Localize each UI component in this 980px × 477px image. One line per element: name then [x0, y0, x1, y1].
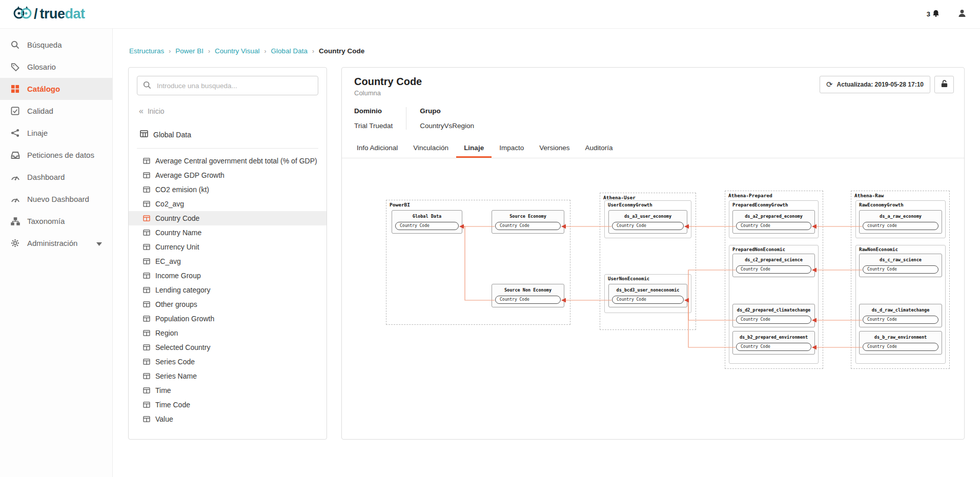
structure-item[interactable]: Value	[129, 412, 326, 426]
notifications-button[interactable]: 3	[927, 9, 940, 19]
sidebar-item-peticiones[interactable]: Peticiones de datos	[0, 144, 112, 166]
structure-type-label: Columna	[354, 89, 422, 97]
lineage-field-pill[interactable]: Country Code	[736, 343, 811, 351]
table-icon	[143, 230, 150, 236]
structure-item[interactable]: Average Central government debt total (%…	[129, 154, 326, 168]
lineage-node-ds-c-raw-science[interactable]: ds_c_raw_science Country Code	[859, 254, 942, 277]
lock-button[interactable]	[934, 76, 954, 93]
lineage-field-pill[interactable]: Country Code	[863, 343, 938, 351]
breadcrumb-link-powerbi[interactable]: Power BI	[175, 47, 203, 55]
table-icon	[143, 387, 150, 393]
gear-icon	[10, 239, 20, 247]
lineage-node-ds-d2-prepared-climatechange[interactable]: ds_d2_prepared_climatechange Country Cod…	[732, 304, 815, 327]
sidebar-item-linaje[interactable]: Linaje	[0, 122, 112, 144]
sidebar-item-glosario[interactable]: Glosario	[0, 56, 112, 78]
sidebar-item-busqueda[interactable]: Búsqueda	[0, 34, 112, 56]
table-icon	[143, 402, 150, 408]
breadcrumb-link-global-data[interactable]: Global Data	[271, 47, 308, 55]
structure-item[interactable]: Series Name	[129, 369, 326, 383]
lineage-field-pill[interactable]: Country Code	[736, 222, 811, 230]
structure-item[interactable]: Time Code	[129, 398, 326, 412]
tab-impacto[interactable]: Impacto	[492, 139, 532, 158]
lineage-field-pill[interactable]: Country Code	[495, 222, 561, 230]
sidebar-item-label: Administración	[27, 239, 77, 247]
structure-item[interactable]: Average GDP Growth	[129, 168, 326, 182]
lineage-field-pill[interactable]: Country Code	[612, 296, 684, 304]
structure-item[interactable]: Population Growth	[129, 312, 326, 326]
structure-item[interactable]: Income Group	[129, 268, 326, 283]
lineage-node-ds-a3-user-economy[interactable]: ds_a3_user_economy Country Code	[608, 210, 687, 234]
table-icon	[143, 258, 150, 264]
structure-item[interactable]: Time	[129, 383, 326, 398]
lineage-node-source-economy[interactable]: Source Economy Country Code	[492, 210, 564, 234]
table-icon	[143, 344, 150, 350]
structure-item[interactable]: Country Name	[129, 225, 326, 240]
structure-search	[137, 76, 318, 95]
chevron-down-icon	[96, 239, 102, 247]
structure-item[interactable]: Currency Unit	[129, 240, 326, 254]
lineage-node-ds-c2-prepared-science[interactable]: ds_c2_prepared_science Country Code	[732, 254, 815, 277]
sidebar-item-calidad[interactable]: Calidad	[0, 100, 112, 122]
table-icon	[143, 244, 150, 250]
sidebar-item-label: Catálogo	[27, 85, 60, 93]
lineage-node-global-data[interactable]: Global Data Country Code	[392, 210, 462, 234]
structure-item[interactable]: Region	[129, 326, 326, 340]
lineage-field-pill[interactable]: Country Code	[736, 316, 811, 324]
table-icon	[143, 316, 150, 322]
structure-root-item[interactable]: Global Data	[129, 123, 326, 148]
table-icon	[143, 416, 150, 422]
gauge-icon	[10, 195, 20, 203]
sidebar-item-dashboard[interactable]: Dashboard	[0, 166, 112, 188]
structure-item[interactable]: Selected Country	[129, 340, 326, 355]
tab-vinculacion[interactable]: Vinculación	[405, 139, 456, 158]
user-menu-button[interactable]	[957, 9, 967, 20]
sidebar-item-label: Glosario	[27, 63, 56, 71]
structure-item[interactable]: Lending category	[129, 283, 326, 297]
sidebar-item-label: Dashboard	[27, 173, 65, 181]
structure-item[interactable]: Co2_avg	[129, 197, 326, 211]
sidebar-item-nuevo-dashboard[interactable]: Nuevo Dashboard	[0, 188, 112, 210]
user-icon	[957, 9, 967, 20]
structure-item[interactable]: CO2 emision (kt)	[129, 182, 326, 197]
sidebar-item-administracion[interactable]: Administración	[0, 232, 112, 254]
tab-info-adicional[interactable]: Info Adicional	[349, 139, 405, 158]
breadcrumb-link-country-visual[interactable]: Country Visual	[215, 47, 260, 55]
lineage-field-pill[interactable]: Country Code	[395, 222, 459, 230]
detail-tabs: Info Adicional Vinculación Linaje Impact…	[342, 139, 964, 158]
lineage-node-ds-b2-prepared-environment[interactable]: ds_b2_prepared_environment Country Code	[732, 331, 815, 355]
tab-linaje[interactable]: Linaje	[456, 139, 492, 158]
lineage-node-ds-a-raw-economy[interactable]: ds_a_raw_economy country code	[859, 210, 942, 234]
structure-item[interactable]: EC_avg	[129, 254, 326, 268]
gauge-icon	[10, 173, 20, 181]
lineage-field-pill[interactable]: Country Code	[612, 222, 684, 230]
structure-item-selected[interactable]: Country Code	[129, 211, 326, 225]
lineage-graph: PowerBI Global Data Country Code Source …	[342, 165, 957, 440]
breadcrumb-link-estructuras[interactable]: Estructuras	[129, 47, 164, 55]
structure-item[interactable]: Series Code	[129, 355, 326, 369]
page-title: Country Code	[354, 76, 422, 88]
structure-search-input[interactable]	[137, 76, 318, 95]
structure-item[interactable]: Other groups	[129, 297, 326, 312]
truedat-logo[interactable]: / truedat	[13, 6, 85, 23]
refresh-button[interactable]: ⟳ Actualizada: 2019-05-28 17:10	[820, 76, 930, 93]
lineage-field-pill[interactable]: Country Code	[736, 265, 811, 274]
lineage-field-pill[interactable]: Country Code	[863, 316, 938, 324]
lineage-node-source-non-economy[interactable]: Source Non Economy Country Code	[492, 284, 564, 307]
lineage-node-ds-bcd3-user-noneconomic[interactable]: ds_bcd3_user_noneconomic Country Code	[608, 284, 687, 307]
app: / truedat 3 Búsqueda	[0, 0, 980, 477]
lineage-field-pill[interactable]: Country Code	[495, 296, 561, 304]
logo-slash: /	[34, 6, 38, 22]
lineage-field-pill[interactable]: country code	[863, 222, 938, 230]
lineage-node-ds-d-raw-climatechange[interactable]: ds_d_raw_climatechange Country Code	[859, 304, 942, 327]
tab-auditoria[interactable]: Auditoría	[577, 139, 620, 158]
back-to-inicio[interactable]: « Inicio	[129, 102, 326, 123]
lineage-node-ds-a2-prepared-economy[interactable]: ds_a2_prepared_economy Country Code	[732, 210, 815, 234]
table-icon	[143, 373, 150, 379]
sidebar-item-taxonomia[interactable]: Taxonomía	[0, 210, 112, 232]
quality-check-icon	[10, 107, 20, 115]
sidebar-item-catalogo[interactable]: Catálogo	[0, 78, 112, 100]
lineage-field-pill[interactable]: Country Code	[863, 265, 938, 274]
lineage-node-ds-b-raw-environment[interactable]: ds_b_raw_environment Country Code	[859, 331, 942, 355]
search-icon	[143, 81, 151, 91]
tab-versiones[interactable]: Versiones	[532, 139, 577, 158]
